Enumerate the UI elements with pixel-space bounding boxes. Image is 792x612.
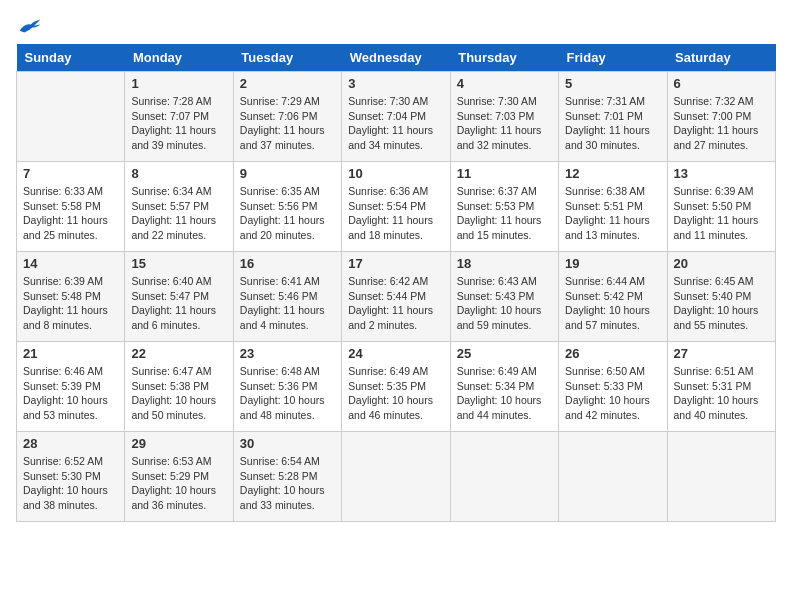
column-header-saturday: Saturday xyxy=(667,44,775,72)
day-info: Sunrise: 7:30 AM Sunset: 7:03 PM Dayligh… xyxy=(457,94,552,153)
week-row-1: 1Sunrise: 7:28 AM Sunset: 7:07 PM Daylig… xyxy=(17,72,776,162)
calendar-cell: 20Sunrise: 6:45 AM Sunset: 5:40 PM Dayli… xyxy=(667,252,775,342)
day-number: 20 xyxy=(674,256,769,271)
calendar-cell: 19Sunrise: 6:44 AM Sunset: 5:42 PM Dayli… xyxy=(559,252,667,342)
day-number: 18 xyxy=(457,256,552,271)
column-header-wednesday: Wednesday xyxy=(342,44,450,72)
day-number: 25 xyxy=(457,346,552,361)
calendar-cell: 3Sunrise: 7:30 AM Sunset: 7:04 PM Daylig… xyxy=(342,72,450,162)
calendar-cell: 16Sunrise: 6:41 AM Sunset: 5:46 PM Dayli… xyxy=(233,252,341,342)
calendar-cell: 26Sunrise: 6:50 AM Sunset: 5:33 PM Dayli… xyxy=(559,342,667,432)
day-number: 14 xyxy=(23,256,118,271)
calendar-cell xyxy=(342,432,450,522)
calendar-cell: 5Sunrise: 7:31 AM Sunset: 7:01 PM Daylig… xyxy=(559,72,667,162)
day-number: 15 xyxy=(131,256,226,271)
calendar-cell xyxy=(450,432,558,522)
calendar-cell: 2Sunrise: 7:29 AM Sunset: 7:06 PM Daylig… xyxy=(233,72,341,162)
day-number: 2 xyxy=(240,76,335,91)
day-info: Sunrise: 6:36 AM Sunset: 5:54 PM Dayligh… xyxy=(348,184,443,243)
calendar-cell: 11Sunrise: 6:37 AM Sunset: 5:53 PM Dayli… xyxy=(450,162,558,252)
day-info: Sunrise: 6:46 AM Sunset: 5:39 PM Dayligh… xyxy=(23,364,118,423)
calendar-cell: 15Sunrise: 6:40 AM Sunset: 5:47 PM Dayli… xyxy=(125,252,233,342)
day-info: Sunrise: 7:32 AM Sunset: 7:00 PM Dayligh… xyxy=(674,94,769,153)
week-row-4: 21Sunrise: 6:46 AM Sunset: 5:39 PM Dayli… xyxy=(17,342,776,432)
day-number: 28 xyxy=(23,436,118,451)
day-info: Sunrise: 6:41 AM Sunset: 5:46 PM Dayligh… xyxy=(240,274,335,333)
day-number: 24 xyxy=(348,346,443,361)
calendar-cell: 17Sunrise: 6:42 AM Sunset: 5:44 PM Dayli… xyxy=(342,252,450,342)
day-info: Sunrise: 6:40 AM Sunset: 5:47 PM Dayligh… xyxy=(131,274,226,333)
day-number: 21 xyxy=(23,346,118,361)
day-info: Sunrise: 6:47 AM Sunset: 5:38 PM Dayligh… xyxy=(131,364,226,423)
calendar-cell: 25Sunrise: 6:49 AM Sunset: 5:34 PM Dayli… xyxy=(450,342,558,432)
day-info: Sunrise: 6:49 AM Sunset: 5:35 PM Dayligh… xyxy=(348,364,443,423)
day-info: Sunrise: 6:45 AM Sunset: 5:40 PM Dayligh… xyxy=(674,274,769,333)
calendar-cell: 29Sunrise: 6:53 AM Sunset: 5:29 PM Dayli… xyxy=(125,432,233,522)
calendar-cell: 21Sunrise: 6:46 AM Sunset: 5:39 PM Dayli… xyxy=(17,342,125,432)
calendar-cell: 9Sunrise: 6:35 AM Sunset: 5:56 PM Daylig… xyxy=(233,162,341,252)
day-info: Sunrise: 6:42 AM Sunset: 5:44 PM Dayligh… xyxy=(348,274,443,333)
day-number: 29 xyxy=(131,436,226,451)
day-info: Sunrise: 7:30 AM Sunset: 7:04 PM Dayligh… xyxy=(348,94,443,153)
calendar-cell: 23Sunrise: 6:48 AM Sunset: 5:36 PM Dayli… xyxy=(233,342,341,432)
day-number: 3 xyxy=(348,76,443,91)
calendar-cell: 22Sunrise: 6:47 AM Sunset: 5:38 PM Dayli… xyxy=(125,342,233,432)
calendar-cell: 24Sunrise: 6:49 AM Sunset: 5:35 PM Dayli… xyxy=(342,342,450,432)
calendar-cell: 1Sunrise: 7:28 AM Sunset: 7:07 PM Daylig… xyxy=(125,72,233,162)
day-number: 12 xyxy=(565,166,660,181)
week-row-5: 28Sunrise: 6:52 AM Sunset: 5:30 PM Dayli… xyxy=(17,432,776,522)
calendar-cell: 28Sunrise: 6:52 AM Sunset: 5:30 PM Dayli… xyxy=(17,432,125,522)
day-info: Sunrise: 6:48 AM Sunset: 5:36 PM Dayligh… xyxy=(240,364,335,423)
day-number: 5 xyxy=(565,76,660,91)
day-number: 9 xyxy=(240,166,335,181)
day-info: Sunrise: 7:31 AM Sunset: 7:01 PM Dayligh… xyxy=(565,94,660,153)
day-info: Sunrise: 6:54 AM Sunset: 5:28 PM Dayligh… xyxy=(240,454,335,513)
day-number: 19 xyxy=(565,256,660,271)
page-header xyxy=(16,16,776,36)
calendar-cell xyxy=(667,432,775,522)
week-row-2: 7Sunrise: 6:33 AM Sunset: 5:58 PM Daylig… xyxy=(17,162,776,252)
calendar-cell: 12Sunrise: 6:38 AM Sunset: 5:51 PM Dayli… xyxy=(559,162,667,252)
calendar-cell: 8Sunrise: 6:34 AM Sunset: 5:57 PM Daylig… xyxy=(125,162,233,252)
calendar-cell: 6Sunrise: 7:32 AM Sunset: 7:00 PM Daylig… xyxy=(667,72,775,162)
column-headers-row: SundayMondayTuesdayWednesdayThursdayFrid… xyxy=(17,44,776,72)
day-info: Sunrise: 6:52 AM Sunset: 5:30 PM Dayligh… xyxy=(23,454,118,513)
day-number: 13 xyxy=(674,166,769,181)
day-info: Sunrise: 7:28 AM Sunset: 7:07 PM Dayligh… xyxy=(131,94,226,153)
logo xyxy=(16,16,42,36)
column-header-sunday: Sunday xyxy=(17,44,125,72)
calendar-cell: 7Sunrise: 6:33 AM Sunset: 5:58 PM Daylig… xyxy=(17,162,125,252)
day-number: 27 xyxy=(674,346,769,361)
day-number: 23 xyxy=(240,346,335,361)
day-info: Sunrise: 6:44 AM Sunset: 5:42 PM Dayligh… xyxy=(565,274,660,333)
column-header-thursday: Thursday xyxy=(450,44,558,72)
calendar-cell: 27Sunrise: 6:51 AM Sunset: 5:31 PM Dayli… xyxy=(667,342,775,432)
calendar-table: SundayMondayTuesdayWednesdayThursdayFrid… xyxy=(16,44,776,522)
calendar-cell: 10Sunrise: 6:36 AM Sunset: 5:54 PM Dayli… xyxy=(342,162,450,252)
calendar-cell xyxy=(559,432,667,522)
day-info: Sunrise: 6:51 AM Sunset: 5:31 PM Dayligh… xyxy=(674,364,769,423)
day-number: 7 xyxy=(23,166,118,181)
day-number: 11 xyxy=(457,166,552,181)
day-number: 8 xyxy=(131,166,226,181)
day-info: Sunrise: 6:34 AM Sunset: 5:57 PM Dayligh… xyxy=(131,184,226,243)
column-header-tuesday: Tuesday xyxy=(233,44,341,72)
day-number: 17 xyxy=(348,256,443,271)
calendar-cell xyxy=(17,72,125,162)
day-info: Sunrise: 6:35 AM Sunset: 5:56 PM Dayligh… xyxy=(240,184,335,243)
day-number: 4 xyxy=(457,76,552,91)
calendar-cell: 4Sunrise: 7:30 AM Sunset: 7:03 PM Daylig… xyxy=(450,72,558,162)
day-info: Sunrise: 6:39 AM Sunset: 5:48 PM Dayligh… xyxy=(23,274,118,333)
day-info: Sunrise: 6:43 AM Sunset: 5:43 PM Dayligh… xyxy=(457,274,552,333)
calendar-cell: 30Sunrise: 6:54 AM Sunset: 5:28 PM Dayli… xyxy=(233,432,341,522)
week-row-3: 14Sunrise: 6:39 AM Sunset: 5:48 PM Dayli… xyxy=(17,252,776,342)
day-number: 16 xyxy=(240,256,335,271)
day-info: Sunrise: 6:39 AM Sunset: 5:50 PM Dayligh… xyxy=(674,184,769,243)
day-number: 30 xyxy=(240,436,335,451)
day-info: Sunrise: 6:49 AM Sunset: 5:34 PM Dayligh… xyxy=(457,364,552,423)
column-header-monday: Monday xyxy=(125,44,233,72)
day-number: 10 xyxy=(348,166,443,181)
day-number: 1 xyxy=(131,76,226,91)
day-info: Sunrise: 6:38 AM Sunset: 5:51 PM Dayligh… xyxy=(565,184,660,243)
day-info: Sunrise: 6:50 AM Sunset: 5:33 PM Dayligh… xyxy=(565,364,660,423)
